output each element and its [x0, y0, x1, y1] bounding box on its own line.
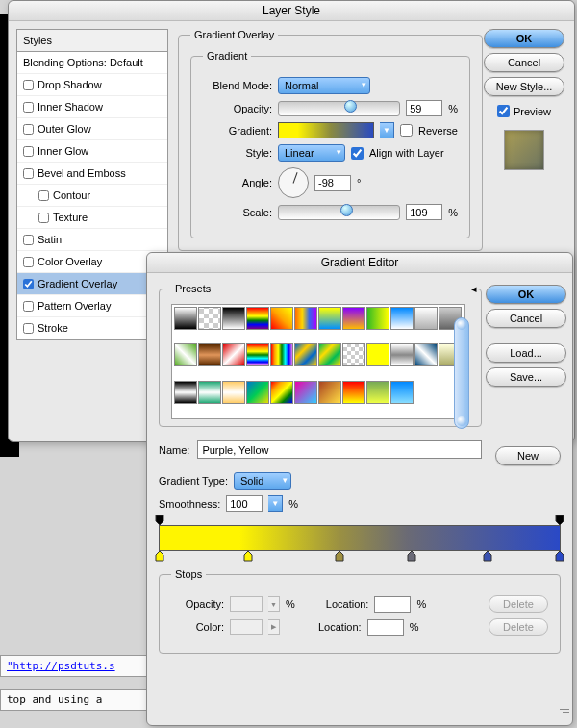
style-checkbox[interactable]	[23, 235, 34, 245]
color-stop[interactable]	[555, 550, 564, 562]
color-stop[interactable]	[483, 550, 492, 562]
preset-swatch[interactable]	[318, 307, 341, 330]
style-select[interactable]: Linear▾	[278, 144, 345, 162]
preset-swatch[interactable]	[246, 381, 269, 404]
preset-swatch[interactable]	[414, 307, 438, 330]
color-stop[interactable]	[335, 550, 344, 562]
preset-swatch[interactable]	[174, 343, 197, 366]
color-stop[interactable]	[155, 550, 164, 562]
preset-swatch[interactable]	[390, 381, 414, 404]
preset-swatch[interactable]	[342, 381, 365, 404]
preset-swatch[interactable]	[366, 381, 389, 404]
preset-swatch[interactable]	[174, 307, 197, 330]
save-button[interactable]: Save...	[486, 367, 566, 387]
style-checkbox[interactable]	[23, 80, 34, 90]
bg-link[interactable]: "http://psdtuts.s	[7, 660, 115, 672]
preset-swatch[interactable]	[294, 307, 317, 330]
scroll-down-icon[interactable]	[457, 416, 466, 426]
align-checkbox[interactable]	[351, 147, 364, 160]
slider-thumb[interactable]	[340, 204, 353, 216]
preset-swatch[interactable]	[198, 343, 221, 366]
style-checkbox[interactable]	[38, 190, 49, 201]
style-row[interactable]: Drop Shadow	[17, 74, 167, 96]
resize-grip-icon[interactable]	[558, 706, 569, 717]
style-checkbox[interactable]	[23, 102, 34, 113]
preset-swatch[interactable]	[342, 343, 365, 366]
load-button[interactable]: Load...	[486, 343, 566, 363]
preset-swatch[interactable]	[222, 343, 245, 366]
style-checkbox[interactable]	[23, 168, 34, 179]
preset-swatch[interactable]	[198, 381, 221, 404]
preset-swatch[interactable]	[342, 307, 365, 330]
preset-swatch[interactable]	[390, 343, 414, 366]
opacity-slider[interactable]	[278, 101, 400, 116]
style-row[interactable]: Color Overlay	[17, 251, 167, 273]
style-checkbox[interactable]	[23, 301, 34, 312]
preset-swatch[interactable]	[294, 381, 317, 404]
preset-swatch[interactable]	[270, 381, 293, 404]
smoothness-dropdown-icon[interactable]: ▼	[268, 495, 283, 512]
color-stop[interactable]	[243, 550, 253, 562]
preset-swatch[interactable]	[222, 381, 245, 404]
style-row[interactable]: Gradient Overlay	[17, 273, 167, 295]
ok-button[interactable]: OK	[486, 285, 566, 304]
style-row[interactable]: Texture	[17, 207, 167, 229]
preset-swatch[interactable]	[294, 343, 317, 366]
preset-swatch[interactable]	[198, 307, 221, 330]
smoothness-input[interactable]	[226, 495, 263, 512]
name-input[interactable]	[197, 440, 482, 459]
preset-swatch[interactable]	[366, 307, 389, 330]
style-row[interactable]: Stroke	[17, 317, 167, 339]
style-row[interactable]: Outer Glow	[17, 118, 167, 140]
presets-scrollbar[interactable]	[454, 317, 469, 429]
style-checkbox[interactable]	[23, 279, 34, 289]
gradient-swatch[interactable]	[278, 122, 374, 138]
presets-menu-icon[interactable]: ◂	[471, 283, 477, 295]
preset-swatch[interactable]	[174, 381, 197, 404]
style-row[interactable]: Inner Glow	[17, 140, 167, 163]
style-checkbox[interactable]	[23, 146, 34, 157]
preview-checkbox[interactable]	[497, 105, 510, 117]
style-row[interactable]: Blending Options: Default	[17, 52, 167, 74]
preset-swatch[interactable]	[270, 343, 293, 366]
cancel-button[interactable]: Cancel	[484, 53, 564, 72]
style-row[interactable]: Pattern Overlay	[17, 295, 167, 317]
gradient-type-select[interactable]: Solid▾	[234, 472, 291, 490]
style-checkbox[interactable]	[38, 213, 49, 223]
slider-thumb[interactable]	[344, 100, 357, 113]
reverse-checkbox[interactable]	[400, 124, 413, 137]
preset-swatch[interactable]	[222, 307, 245, 330]
scale-input[interactable]	[406, 204, 442, 220]
styles-header[interactable]: Styles	[17, 30, 167, 52]
style-row[interactable]: Satin	[17, 229, 167, 251]
angle-input[interactable]	[314, 175, 351, 191]
cancel-button[interactable]: Cancel	[486, 309, 566, 328]
preset-swatch[interactable]	[318, 381, 341, 404]
opacity-stop[interactable]	[155, 515, 164, 526]
preset-swatch[interactable]	[246, 307, 269, 330]
scroll-up-icon[interactable]	[457, 320, 466, 330]
new-button[interactable]: New	[495, 446, 561, 465]
preset-swatch[interactable]	[318, 343, 341, 366]
blend-mode-select[interactable]: Normal▾	[278, 77, 370, 94]
style-row[interactable]: Inner Shadow	[17, 96, 167, 118]
preview-toggle[interactable]: Preview	[497, 105, 551, 117]
opacity-input[interactable]	[406, 100, 442, 116]
style-checkbox[interactable]	[23, 124, 34, 135]
style-checkbox[interactable]	[23, 257, 34, 267]
opacity-stop[interactable]	[555, 515, 564, 526]
angle-dial[interactable]	[278, 167, 309, 198]
preset-swatch[interactable]	[366, 343, 389, 366]
new-style-button[interactable]: New Style...	[484, 77, 564, 96]
style-checkbox[interactable]	[23, 323, 34, 334]
scale-slider[interactable]	[278, 205, 400, 220]
preset-swatch[interactable]	[390, 307, 414, 330]
color-stop[interactable]	[407, 550, 416, 562]
preset-swatch[interactable]	[270, 307, 293, 330]
preset-swatch[interactable]	[414, 343, 438, 366]
gradient-dropdown-icon[interactable]: ▼	[380, 122, 394, 138]
preset-swatch[interactable]	[246, 343, 269, 366]
style-row[interactable]: Bevel and Emboss	[17, 163, 167, 185]
gradient-bar[interactable]	[159, 525, 561, 551]
style-row[interactable]: Contour	[17, 185, 167, 207]
